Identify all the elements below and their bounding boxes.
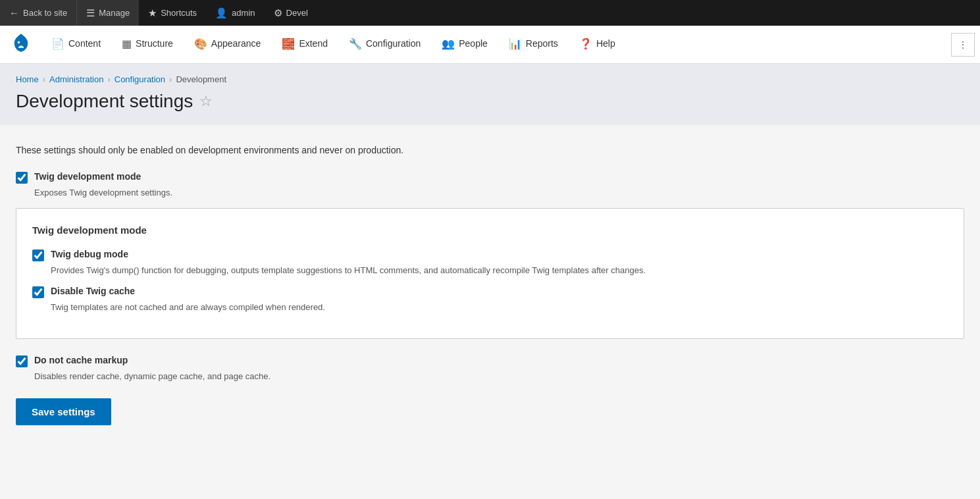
svg-point-0: [18, 41, 20, 43]
page-title-row: Development settings ☆: [16, 91, 964, 112]
manage-menu[interactable]: ☰ Manage: [77, 0, 139, 26]
twig-debug-mode-row: Twig debug mode: [32, 249, 948, 261]
save-settings-button[interactable]: Save settings: [16, 398, 111, 425]
bookmark-star-icon[interactable]: ☆: [199, 93, 213, 110]
nav-collapse-button[interactable]: ⋮: [951, 33, 975, 57]
twig-debug-mode-desc: Provides Twig's dump() function for debu…: [51, 265, 948, 275]
help-icon: ❓: [579, 38, 592, 50]
nav-configuration[interactable]: 🔧 Configuration: [338, 26, 431, 64]
breadcrumb-home[interactable]: Home: [16, 74, 39, 84]
page-title: Development settings: [16, 91, 193, 112]
disable-twig-cache-checkbox[interactable]: [32, 286, 44, 298]
people-icon: 👥: [442, 38, 455, 50]
content-icon: 📄: [51, 38, 64, 50]
shortcuts-menu[interactable]: ★ Shortcuts: [139, 0, 206, 26]
devel-menu[interactable]: ⚙ Devel: [265, 0, 317, 26]
admin-user-menu[interactable]: 👤 admin: [206, 0, 264, 26]
configuration-icon: 🔧: [349, 38, 362, 50]
nav-content[interactable]: 📄 Content: [41, 26, 111, 64]
disable-twig-cache-row: Disable Twig cache: [32, 286, 948, 298]
twig-dev-mode-row: Twig development mode: [16, 171, 964, 184]
nav-reports[interactable]: 📊 Reports: [498, 26, 569, 64]
twig-dev-box-title: Twig development mode: [32, 224, 948, 236]
intro-text: These settings should only be enabled on…: [16, 145, 964, 155]
admin-bar: ← Back to site ☰ Manage ★ Shortcuts 👤 ad…: [0, 0, 980, 26]
twig-debug-mode-checkbox[interactable]: [32, 250, 44, 261]
twig-dev-mode-box: Twig development mode Twig debug mode Pr…: [16, 208, 964, 339]
breadcrumb-current: Development: [176, 74, 226, 84]
twig-dev-mode-desc: Exposes Twig development settings.: [34, 188, 964, 197]
gear-icon: ⚙: [274, 7, 282, 19]
user-icon: 👤: [215, 7, 228, 19]
twig-dev-mode-label[interactable]: Twig development mode: [34, 171, 141, 182]
do-not-cache-label[interactable]: Do not cache markup: [34, 355, 128, 365]
twig-dev-mode-section: Twig development mode Exposes Twig devel…: [16, 171, 964, 339]
twig-dev-mode-checkbox[interactable]: [16, 172, 28, 184]
menu-icon: ☰: [86, 7, 95, 19]
nav-structure[interactable]: ▦ Structure: [111, 26, 184, 64]
breadcrumb-sep-1: ›: [43, 74, 45, 84]
nav-people[interactable]: 👥 People: [431, 26, 498, 64]
disable-twig-cache-desc: Twig templates are not cached and are al…: [51, 302, 948, 312]
back-arrow-icon: ←: [9, 7, 19, 18]
twig-debug-mode-label[interactable]: Twig debug mode: [51, 249, 128, 259]
back-to-site[interactable]: ← Back to site: [0, 0, 76, 26]
disable-twig-cache-label[interactable]: Disable Twig cache: [51, 286, 135, 296]
nav-extend[interactable]: 🧱 Extend: [271, 26, 338, 64]
do-not-cache-row: Do not cache markup: [16, 355, 964, 367]
nav-help[interactable]: ❓ Help: [569, 26, 626, 64]
do-not-cache-desc: Disables render cache, dynamic page cach…: [34, 371, 964, 381]
star-icon: ★: [148, 7, 157, 19]
breadcrumb: Home › Administration › Configuration › …: [16, 74, 964, 84]
breadcrumb-administration[interactable]: Administration: [49, 74, 103, 84]
reports-icon: 📊: [509, 38, 522, 50]
structure-icon: ▦: [122, 38, 132, 50]
extend-icon: 🧱: [282, 38, 295, 50]
main-content: These settings should only be enabled on…: [0, 125, 980, 499]
secondary-nav: 📄 Content ▦ Structure 🎨 Appearance 🧱 Ext…: [0, 26, 980, 64]
breadcrumb-configuration[interactable]: Configuration: [115, 74, 165, 84]
do-not-cache-checkbox[interactable]: [16, 355, 28, 367]
breadcrumb-sep-3: ›: [169, 74, 172, 84]
do-not-cache-section: Do not cache markup Disables render cach…: [16, 355, 964, 381]
breadcrumb-sep-2: ›: [107, 74, 110, 84]
page-header: Home › Administration › Configuration › …: [0, 64, 980, 125]
nav-appearance[interactable]: 🎨 Appearance: [184, 26, 272, 64]
appearance-icon: 🎨: [194, 38, 207, 50]
drupal-logo[interactable]: [7, 30, 36, 59]
